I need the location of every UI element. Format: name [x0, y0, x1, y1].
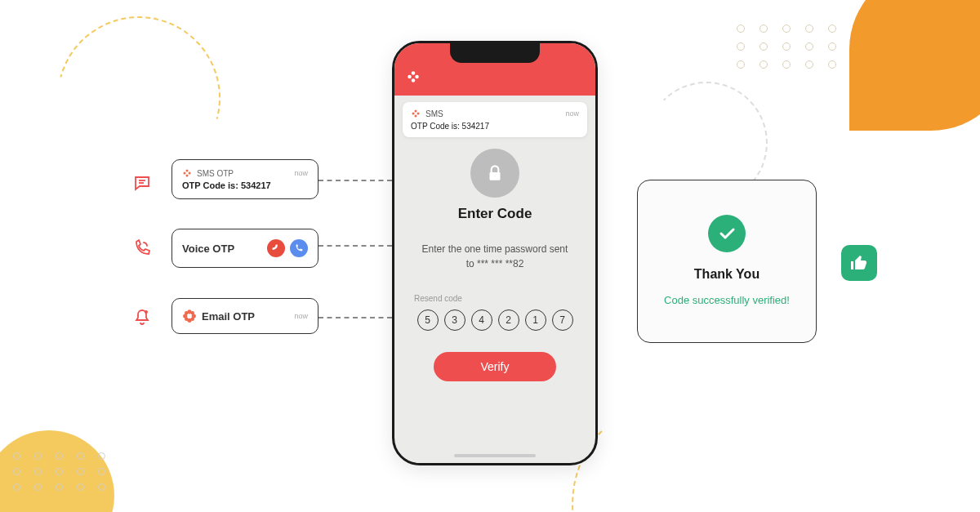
- code-input-row[interactable]: 5 3 4 2 1 7: [394, 309, 595, 331]
- svg-point-5: [184, 172, 186, 175]
- notif-app: SMS: [425, 109, 443, 118]
- flower-icon: [182, 309, 197, 323]
- svg-point-14: [185, 318, 189, 322]
- decor-arc-bottom-right: [572, 398, 784, 512]
- email-otp-title: Email OTP: [202, 310, 255, 323]
- bell-icon: [131, 306, 154, 329]
- flower-icon: [182, 168, 192, 178]
- notif-time: now: [565, 109, 579, 118]
- chat-icon: [131, 171, 154, 194]
- flower-icon: [411, 109, 421, 118]
- connector-line: [318, 180, 392, 181]
- phone-icon: [131, 237, 154, 260]
- sms-otp-time: now: [294, 169, 308, 177]
- phone-notch: [450, 43, 540, 63]
- success-card: Thank You Code successfully verified!: [637, 180, 817, 343]
- svg-point-28: [494, 175, 497, 177]
- phone-mockup: SMS now OTP Code is: 534217 Enter Code E…: [392, 41, 598, 465]
- sms-otp-label: SMS OTP: [197, 169, 234, 178]
- phone-notification[interactable]: SMS now OTP Code is: 534217: [403, 102, 587, 137]
- svg-point-25: [417, 113, 420, 115]
- connector-line: [318, 245, 392, 247]
- sms-otp-card: SMS OTP now OTP Code is: 534217: [172, 159, 318, 199]
- svg-point-2: [145, 310, 148, 314]
- svg-point-7: [186, 172, 189, 175]
- phone-header: [394, 43, 595, 96]
- svg-point-20: [415, 75, 419, 79]
- success-subtitle: Code successfully verified!: [664, 293, 790, 308]
- svg-point-26: [415, 113, 416, 114]
- code-digit[interactable]: 1: [525, 309, 546, 331]
- home-indicator: [454, 454, 536, 457]
- svg-point-18: [412, 78, 416, 82]
- svg-point-13: [191, 311, 195, 315]
- svg-point-3: [186, 170, 189, 172]
- svg-point-4: [186, 175, 189, 177]
- code-digit[interactable]: 4: [471, 309, 492, 331]
- sms-otp-body: OTP Code is: 534217: [182, 180, 308, 190]
- decor-dots-bottom-left: [13, 452, 111, 491]
- svg-point-17: [412, 71, 416, 75]
- decline-call-button[interactable]: [267, 239, 285, 257]
- svg-point-16: [188, 314, 192, 318]
- svg-point-22: [415, 110, 417, 113]
- success-title: Thank You: [694, 267, 760, 282]
- voice-otp-card: Voice OTP: [172, 229, 318, 268]
- code-digit[interactable]: 5: [417, 309, 439, 331]
- resend-code-link[interactable]: Resend code: [394, 294, 595, 303]
- enter-code-title: Enter Code: [394, 206, 595, 222]
- svg-point-21: [412, 75, 414, 78]
- email-otp-card: Email OTP now: [172, 298, 318, 334]
- email-otp-time: now: [294, 312, 308, 320]
- lock-icon: [470, 149, 519, 198]
- check-icon: [708, 215, 746, 252]
- voice-otp-title: Voice OTP: [182, 243, 234, 255]
- svg-point-23: [415, 115, 417, 118]
- svg-point-24: [412, 113, 415, 115]
- svg-point-19: [408, 75, 412, 79]
- app-logo-icon: [406, 69, 421, 84]
- svg-point-6: [189, 172, 191, 175]
- enter-code-subtitle: Enter the one time password sent to *** …: [394, 242, 595, 271]
- svg-point-12: [185, 311, 189, 315]
- accept-call-button[interactable]: [290, 239, 308, 257]
- thumbs-up-icon: [841, 245, 877, 281]
- code-digit[interactable]: 3: [444, 309, 466, 331]
- verify-button[interactable]: Verify: [434, 352, 556, 381]
- svg-point-15: [191, 318, 195, 322]
- connector-line: [318, 317, 392, 318]
- decor-dots-top-right: [737, 24, 841, 69]
- code-digit[interactable]: 7: [552, 309, 573, 331]
- code-digit[interactable]: 2: [498, 309, 519, 331]
- decor-blob-top-right: [849, 0, 980, 131]
- notif-message: OTP Code is: 534217: [411, 122, 579, 131]
